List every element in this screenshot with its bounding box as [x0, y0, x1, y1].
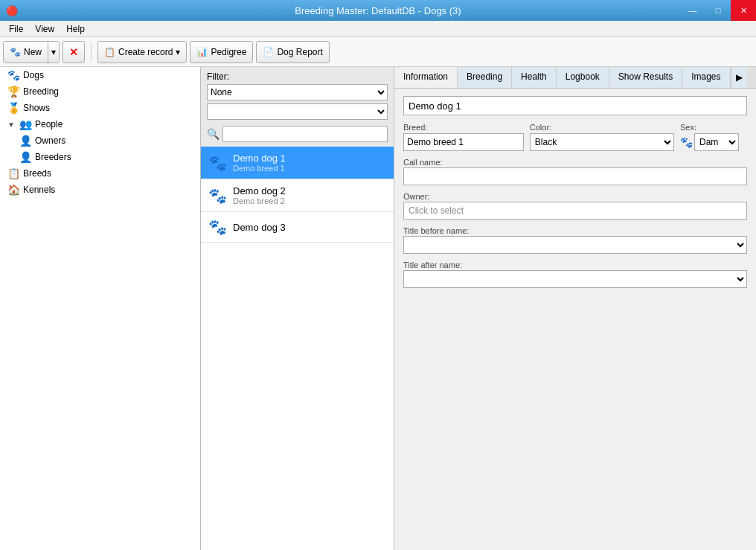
color-label: Color:: [530, 123, 674, 132]
menu-help[interactable]: Help: [60, 22, 91, 36]
dog-info-2: Demo dog 2 Demo breed 2: [233, 185, 286, 205]
tab-breeding[interactable]: Breeding: [458, 67, 512, 88]
menu-bar: File View Help: [0, 21, 756, 37]
app-icon: 🔴: [6, 5, 18, 16]
dog-info-3: Demo dog 3: [233, 222, 286, 233]
create-record-arrow: ▾: [176, 47, 180, 57]
menu-view[interactable]: View: [29, 22, 60, 36]
new-icon: 🐾: [10, 47, 21, 57]
right-panel: Information Breeding Health Logbook Show…: [394, 67, 756, 550]
dog-report-icon: 📄: [263, 47, 274, 57]
window-controls: — □ ✕: [680, 0, 756, 21]
owner-selector[interactable]: Click to select: [403, 202, 747, 220]
filter-secondary-select[interactable]: [207, 103, 388, 120]
title-after-label: Title after name:: [403, 260, 462, 269]
call-name-group: Call name:: [403, 157, 747, 185]
tab-health[interactable]: Health: [512, 67, 557, 88]
owner-label: Owner:: [403, 192, 429, 201]
search-icon[interactable]: 🔍: [207, 128, 220, 140]
breed-group: Breed:: [403, 123, 524, 151]
title-bar: 🔴 Breeding Master: DefaultDB - Dogs (3) …: [0, 0, 756, 21]
sidebar-item-breeds[interactable]: 📋 Breeds: [0, 165, 200, 182]
title-after-select[interactable]: [403, 270, 747, 288]
search-row: 🔍: [207, 126, 388, 142]
dog-name-1: Demo dog 1: [233, 153, 286, 164]
title-before-select[interactable]: [403, 236, 747, 254]
dog-name-input[interactable]: [403, 96, 747, 115]
dog-list-item-3[interactable]: 🐾 Demo dog 3: [201, 212, 394, 243]
tabs-bar: Information Breeding Health Logbook Show…: [394, 67, 756, 89]
call-name-label: Call name:: [403, 158, 443, 167]
form-area: Breed: Color: Black White Brown Golden G…: [394, 89, 756, 550]
title-after-group: Title after name:: [403, 260, 747, 288]
close-button[interactable]: ✕: [731, 0, 756, 21]
dog-list-item-1[interactable]: 🐾 Demo dog 1 Demo breed 1: [201, 147, 394, 179]
breeders-icon: 👤: [19, 151, 32, 163]
search-input[interactable]: [222, 126, 388, 142]
tab-information[interactable]: Information: [394, 67, 458, 88]
dog-name-2: Demo dog 2: [233, 185, 286, 196]
filter-section: Filter: None By Breed By Owner 🔍: [201, 67, 394, 147]
toolbar: 🐾 New ▾ ✕ 📋 Create record ▾ 📊 Pedigree 📄…: [0, 37, 756, 67]
sex-label: Sex:: [680, 123, 747, 132]
dog-report-button[interactable]: 📄 Dog Report: [256, 41, 329, 63]
sex-icon: 🐾: [680, 136, 693, 148]
main-content: 🐾 Dogs 🏆 Breeding 🏅 Shows ▼ 👥 People 👤 O…: [0, 67, 756, 550]
sex-select[interactable]: Dam Sire: [694, 133, 739, 151]
menu-file[interactable]: File: [3, 22, 29, 36]
dogs-icon: 🐾: [7, 69, 20, 81]
breeds-icon: 📋: [7, 167, 20, 179]
pedigree-button[interactable]: 📊 Pedigree: [190, 41, 253, 63]
maximize-button[interactable]: □: [705, 0, 731, 21]
dog-paw-icon-2: 🐾: [208, 187, 227, 205]
new-dropdown-arrow[interactable]: ▾: [48, 41, 59, 63]
sidebar-item-shows[interactable]: 🏅 Shows: [0, 100, 200, 116]
title-before-label: Title before name:: [403, 226, 469, 235]
dog-info-1: Demo dog 1 Demo breed 1: [233, 153, 286, 173]
tab-show-results[interactable]: Show Results: [609, 67, 682, 88]
minimize-button[interactable]: —: [680, 0, 705, 21]
sidebar-item-dogs[interactable]: 🐾 Dogs: [0, 67, 200, 83]
dog-breed-2: Demo breed 2: [233, 196, 286, 205]
breed-label: Breed:: [403, 123, 524, 132]
sex-group: Sex: 🐾 Dam Sire: [680, 123, 747, 151]
people-collapse-icon: ▼: [7, 121, 16, 129]
toolbar-separator-1: [91, 42, 92, 62]
sidebar-item-owners[interactable]: 👤 Owners: [0, 132, 200, 149]
tabs-scroll-right[interactable]: ▶: [731, 67, 747, 88]
kennels-icon: 🏠: [7, 184, 20, 196]
color-group: Color: Black White Brown Golden Gray: [530, 123, 674, 151]
sidebar-item-breeders[interactable]: 👤 Breeders: [0, 149, 200, 165]
dog-breed-1: Demo breed 1: [233, 164, 286, 173]
sidebar-item-kennels[interactable]: 🏠 Kennels: [0, 182, 200, 198]
tab-logbook[interactable]: Logbook: [557, 67, 609, 88]
shows-icon: 🏅: [7, 102, 20, 114]
delete-button[interactable]: ✕: [63, 41, 85, 63]
owner-group: Owner: Click to select: [403, 191, 747, 220]
dog-paw-icon-3: 🐾: [208, 218, 227, 236]
sex-select-group: 🐾 Dam Sire: [680, 133, 747, 151]
new-button[interactable]: 🐾 New: [4, 41, 48, 63]
middle-panel: Filter: None By Breed By Owner 🔍 🐾 Demo …: [201, 67, 394, 550]
dog-paw-icon-1: 🐾: [208, 154, 227, 172]
pedigree-icon: 📊: [196, 47, 208, 57]
filter-select[interactable]: None By Breed By Owner: [207, 84, 388, 100]
create-record-icon: 📋: [104, 47, 115, 57]
sidebar-item-people[interactable]: ▼ 👥 People: [0, 116, 200, 132]
breed-color-sex-row: Breed: Color: Black White Brown Golden G…: [403, 123, 747, 151]
window-title: Breeding Master: DefaultDB - Dogs (3): [295, 5, 461, 16]
breeding-icon: 🏆: [7, 86, 20, 97]
delete-icon: ✕: [69, 46, 78, 58]
breed-input[interactable]: [403, 133, 524, 151]
tab-images[interactable]: Images: [682, 67, 730, 88]
call-name-input[interactable]: [403, 167, 747, 185]
dog-list: 🐾 Demo dog 1 Demo breed 1 🐾 Demo dog 2 D…: [201, 147, 394, 550]
sidebar-item-breeding[interactable]: 🏆 Breeding: [0, 83, 200, 100]
owners-icon: 👤: [19, 135, 32, 147]
title-before-group: Title before name:: [403, 226, 747, 254]
dog-name-3: Demo dog 3: [233, 222, 286, 233]
people-icon: 👥: [19, 118, 32, 130]
create-record-button[interactable]: 📋 Create record ▾: [97, 41, 187, 63]
dog-list-item-2[interactable]: 🐾 Demo dog 2 Demo breed 2: [201, 179, 394, 212]
color-select[interactable]: Black White Brown Golden Gray: [530, 133, 674, 151]
